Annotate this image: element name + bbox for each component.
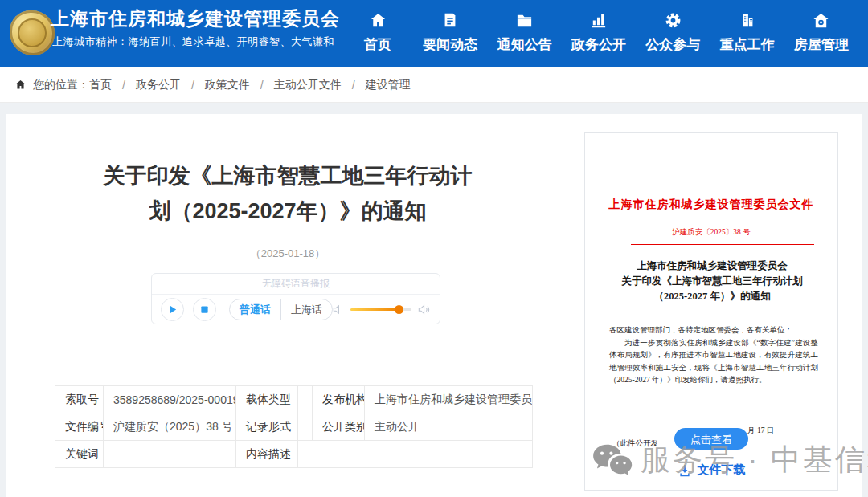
breadcrumb: 您的位置： 首页 / 政务公开 / 政策文件 / 主动公开文件 / 建设管理 <box>0 67 868 103</box>
chart-icon <box>589 7 608 33</box>
file-download-link[interactable]: 文件下载 <box>585 462 837 478</box>
meta-label: 文件编号 <box>55 413 104 441</box>
language-option-shanghainese[interactable]: 上海话 <box>280 299 332 320</box>
meta-value <box>298 413 313 441</box>
meta-label: 记录形式 <box>236 413 298 441</box>
language-option-mandarin[interactable]: 普通话 <box>230 299 280 320</box>
view-document-button[interactable]: 点击查看 <box>674 428 748 450</box>
gear-icon <box>664 7 682 33</box>
download-icon <box>678 463 692 478</box>
stop-icon <box>200 305 209 314</box>
play-icon <box>167 304 178 315</box>
meta-value <box>298 386 313 413</box>
document-preview: 上海市住房和城乡建设管理委员会文件 沪建质安〔2025〕38 号 上海市住房和城… <box>584 132 838 491</box>
breadcrumb-item-construction-mgmt[interactable]: 建设管理 <box>366 78 411 92</box>
breadcrumb-home-icon <box>14 79 27 91</box>
doc-paragraph: 为进一步贯彻落实住房和城乡建设部《“数字住建”建设整体布局规划》，有序推进本市智… <box>609 337 818 387</box>
doc-date-fragment: 月 17 日 <box>747 426 774 436</box>
breadcrumb-item-policy-files[interactable]: 政策文件 <box>205 78 250 92</box>
meta-label: 索取号 <box>55 386 104 413</box>
breadcrumb-separator: / <box>352 79 355 92</box>
doc-title: 上海市住房和城乡建设管理委员会 关于印发《上海市智慧工地三年行动计划 （2025… <box>593 259 831 304</box>
meta-value <box>104 441 236 468</box>
content-panel: 关于印发《上海市智慧工地三年行动计 划（2025-2027年）》的通知 （202… <box>6 114 862 497</box>
stop-button[interactable] <box>193 298 216 321</box>
doc-header: 上海市住房和城乡建设管理委员会文件 <box>585 198 837 212</box>
breadcrumb-separator: / <box>260 79 264 92</box>
breadcrumb-item-gov-info[interactable]: 政务公开 <box>136 78 181 92</box>
download-label: 文件下载 <box>698 462 746 478</box>
meta-value <box>298 441 533 468</box>
home-icon <box>369 7 387 33</box>
meta-label: 公开类别 <box>313 413 365 441</box>
nav-item-home[interactable]: 首页 <box>352 7 403 60</box>
article-title: 关于印发《上海市智慧工地三年行动计 划（2025-2027年）》的通知 <box>55 158 521 229</box>
meta-value: 主动公开 <box>365 413 533 441</box>
speaker-high-icon <box>418 304 431 315</box>
audio-player-caption: 无障碍语音播报 <box>152 274 440 295</box>
language-toggle: 普通话 上海话 <box>229 299 333 320</box>
table-row: 关键词 内容描述 <box>55 441 533 468</box>
divider-bottom <box>44 483 538 483</box>
nav-item-housing[interactable]: 房屋管理 <box>794 7 849 60</box>
doc-salutation: 各区建设管理部门，各特定地区管委会，各有关单位： <box>609 324 818 337</box>
play-button[interactable] <box>161 298 184 321</box>
site-logo-inner <box>18 18 47 47</box>
nav-item-notices[interactable]: 通知公告 <box>497 7 552 60</box>
site-slogan: 上海城市精神：海纳百川、追求卓越、开明睿智、大气谦和 <box>52 35 334 49</box>
audio-player-controls: 普通话 上海话 <box>152 295 440 324</box>
meta-value: 沪建质安（2025）38 号 <box>104 413 236 441</box>
page: 上海市住房和城乡建设管理委员会 上海城市精神：海纳百川、追求卓越、开明睿智、大气… <box>0 0 868 497</box>
table-row: 文件编号 沪建质安（2025）38 号 记录形式 公开类别 主动公开 <box>55 413 533 441</box>
meta-label: 关键词 <box>55 441 104 468</box>
meta-label: 载体类型 <box>236 386 298 413</box>
volume-fill <box>350 308 399 311</box>
site-header: 上海市住房和城乡建设管理委员会 上海城市精神：海纳百川、追求卓越、开明睿智、大气… <box>0 0 868 67</box>
site-logo-icon <box>10 10 55 55</box>
meta-value: 上海市住房和城乡建设管理委员会 <box>365 386 533 413</box>
breadcrumb-item-home[interactable]: 首页 <box>89 78 112 92</box>
site-title: 上海市住房和城乡建设管理委员会 <box>51 6 340 31</box>
article-date: （2025-01-18） <box>55 246 521 261</box>
document-meta-table: 索取号 3589258689/2025-00019 载体类型 发布机构 上海市住… <box>55 385 533 468</box>
building-icon <box>739 7 756 33</box>
volume-slider[interactable] <box>350 308 411 311</box>
meta-label: 发布机构 <box>313 386 365 413</box>
breadcrumb-item-public-files[interactable]: 主动公开文件 <box>274 78 342 92</box>
article-title-line2: 划（2025-2027年）》的通知 <box>55 194 521 229</box>
breadcrumb-separator: / <box>122 79 125 92</box>
breadcrumb-prefix: 您的位置： <box>33 78 89 92</box>
nav-item-key-work[interactable]: 重点工作 <box>720 7 775 60</box>
volume-control <box>333 304 431 315</box>
news-icon <box>441 7 459 33</box>
audio-player: 无障碍语音播报 普通话 上海话 <box>151 273 440 324</box>
speaker-low-icon <box>333 304 344 315</box>
nav-item-gov-info[interactable]: 政务公开 <box>571 7 626 60</box>
breadcrumb-separator: / <box>191 79 194 92</box>
doc-note-fragment: （此件公开发 <box>612 438 658 449</box>
meta-label: 内容描述 <box>236 441 298 468</box>
meta-value: 3589258689/2025-00019 <box>104 386 236 413</box>
nav-item-news[interactable]: 要闻动态 <box>423 7 477 60</box>
divider-top <box>44 348 538 348</box>
doc-red-divider <box>631 244 814 245</box>
main-nav: 首页 要闻动态 通知公告 政务公开 <box>352 7 849 60</box>
doc-number: 沪建质安〔2025〕38 号 <box>585 227 837 238</box>
table-row: 索取号 3589258689/2025-00019 载体类型 发布机构 上海市住… <box>55 386 533 413</box>
article-title-line1: 关于印发《上海市智慧工地三年行动计 <box>55 158 521 194</box>
house-manage-icon <box>812 7 830 33</box>
nav-item-participation[interactable]: 公众参与 <box>645 7 700 60</box>
doc-body: 各区建设管理部门，各特定地区管委会，各有关单位： 为进一步贯彻落实住房和城乡建设… <box>609 324 818 387</box>
folder-icon <box>515 7 534 33</box>
volume-handle[interactable] <box>395 305 403 314</box>
